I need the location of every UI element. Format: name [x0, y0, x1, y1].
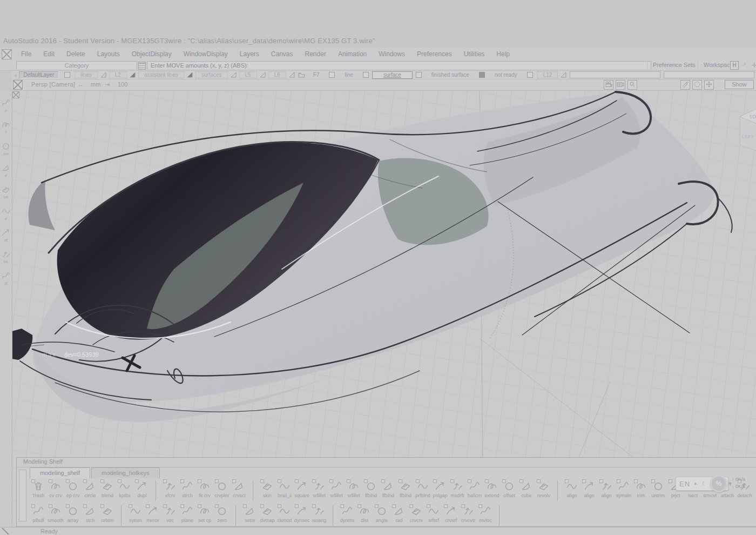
menu-delete[interactable]: Delete — [60, 49, 91, 59]
layer-checkbox[interactable] — [363, 72, 369, 78]
shelf-tool-ckmod[interactable]: ckmod — [276, 504, 293, 523]
shelf-tool-isoang[interactable]: isoang — [310, 504, 328, 523]
shelf-tool-dist[interactable]: dist — [356, 504, 373, 523]
palette-tool-4[interactable]: od — [0, 185, 12, 199]
shelf-tool-setor[interactable]: setor — [241, 504, 259, 523]
zoom-region-icon[interactable] — [627, 80, 637, 90]
shelf-tool-smooth[interactable]: smooth — [47, 504, 64, 523]
list-icon[interactable] — [138, 62, 146, 70]
palette-tool-6[interactable]: nf — [0, 228, 12, 242]
menu-animation[interactable]: Animation — [332, 49, 373, 59]
palette-tool-1[interactable]: t — [0, 120, 12, 134]
layer-item-surfaces[interactable]: surfaces — [195, 71, 228, 78]
shelf-tool-mvloc[interactable]: mvloc — [477, 504, 494, 523]
hotkeys-icon[interactable]: H — [730, 61, 739, 70]
palette-tool-3[interactable]: e — [0, 163, 12, 177]
window-close-icon[interactable] — [2, 49, 12, 59]
shelf-tool-ffblnd[interactable]: ffblnd — [397, 479, 414, 498]
palette-tool-2[interactable]: cor — [0, 142, 12, 156]
layer-diagonal-icon[interactable] — [231, 72, 237, 78]
preference-sets-button[interactable]: Preference Sets — [647, 61, 701, 70]
layer-empty-field[interactable] — [570, 71, 660, 78]
shelf-tool-align[interactable]: align — [580, 479, 598, 498]
shelf-tool-cube[interactable]: cube — [518, 479, 535, 498]
shelf-tool-strch[interactable]: strch — [179, 479, 196, 498]
shelf-tool-cv-crv[interactable]: cv crv — [47, 479, 64, 498]
shelf-tool-ffblnd[interactable]: ffblnd — [380, 479, 397, 498]
shelf-tool-blend[interactable]: blend — [99, 479, 116, 498]
layer-diagonal-filled-icon[interactable] — [187, 72, 193, 78]
shelf-tool-srfillet[interactable]: srfillet — [310, 479, 328, 498]
menu-utilities[interactable]: Utilities — [458, 49, 491, 59]
menu-layouts[interactable]: Layouts — [91, 49, 126, 59]
layer-item-not-ready[interactable]: not ready — [488, 72, 524, 78]
shelf-tool-nrbtm[interactable]: nrbtm — [99, 504, 116, 523]
shelf-tool-xfcrv[interactable]: xfcrv — [161, 479, 179, 498]
shelf-tool-trash[interactable]: Trash — [30, 479, 47, 498]
menu-objectdisplay[interactable]: ObjectDisplay — [126, 49, 178, 59]
layer-diagonal-icon[interactable] — [561, 72, 566, 78]
promptline-input[interactable]: Enter MOVE amounts (x, y, z) (ABS): — [147, 61, 651, 70]
shelf-tool-srfillet[interactable]: srfillet — [345, 479, 362, 498]
shelf-tool-zero[interactable]: zero — [213, 504, 231, 523]
shelf-tool-ep-crv[interactable]: ep crv — [64, 479, 82, 498]
shelf-tool-plane[interactable]: plane — [179, 504, 196, 523]
render-region-icon[interactable] — [680, 80, 690, 90]
shelf-tool-crvplnr[interactable]: crvplnr — [213, 479, 231, 498]
shelf-tool-brail-ii[interactable]: brail_ii — [276, 479, 293, 498]
snap-magnet-icon[interactable]: ◦° — [742, 62, 746, 68]
menu-canvas[interactable]: Canvas — [265, 49, 299, 59]
shelf-tool-square[interactable]: square — [293, 479, 310, 498]
shelf-tool-angle[interactable]: angle — [373, 504, 390, 523]
layer-item-l6[interactable]: L6 — [268, 71, 286, 78]
viewport-camera-label[interactable]: Persp [Camera] — [31, 81, 75, 88]
layer-item-l12[interactable]: L12 — [537, 71, 558, 78]
movie-camera-icon[interactable] — [604, 80, 613, 90]
pan-icon[interactable] — [704, 80, 714, 90]
shelf-tool-dupl[interactable]: dupl — [133, 479, 151, 498]
menu-render[interactable]: Render — [299, 49, 332, 59]
layer-item-surface[interactable]: surface — [372, 71, 413, 79]
shelf-tool-fit-crv[interactable]: fit crv — [196, 479, 213, 498]
layer-item-l5[interactable]: L5 — [239, 71, 257, 78]
layer-checkbox[interactable] — [416, 72, 422, 78]
palette-tool-8[interactable]: ct — [0, 271, 12, 285]
layer-item-assistant-lines[interactable]: assistant lines — [138, 71, 184, 78]
menu-layers[interactable]: Layers — [234, 49, 265, 59]
shelf-tool-crvsct[interactable]: crvsct — [231, 479, 248, 498]
shelf-tool-crvcvtr[interactable]: crvcvtr — [460, 504, 477, 523]
shelf-tool-stch[interactable]: stch — [82, 504, 99, 523]
tab-modeling_shelf[interactable]: modeling_shelf — [30, 467, 90, 478]
shelf-tool-offset[interactable]: offset — [501, 479, 518, 498]
menu-edit[interactable]: Edit — [37, 49, 60, 59]
menu-file[interactable]: File — [15, 49, 37, 59]
ime-language-label[interactable]: EN — [679, 480, 690, 488]
shelf-tool-dynsec[interactable]: dynsec — [293, 504, 310, 523]
shelf-tool-array[interactable]: array — [64, 504, 82, 523]
shelf-tool-plhull[interactable]: plhull — [30, 504, 47, 523]
shelf-tool-srfsrf[interactable]: srfsrf — [425, 504, 442, 523]
category-field[interactable]: Category — [16, 61, 137, 70]
layer-diagonal-icon[interactable] — [100, 72, 106, 78]
layer-checkbox-filled[interactable] — [479, 72, 485, 78]
palette-tool-7[interactable]: lnr — [0, 250, 12, 264]
menu-windows[interactable]: Windows — [373, 49, 411, 59]
ime-dots-icon[interactable]: ●․ — [694, 481, 698, 486]
menu-preferences[interactable]: Preferences — [411, 49, 458, 59]
shelf-tool-trim[interactable]: trim — [632, 479, 650, 498]
folder-icon[interactable] — [298, 72, 305, 78]
palette-tool-5[interactable]: e — [0, 206, 12, 220]
layer-empty-field[interactable] — [664, 71, 754, 78]
shelf-tool-kptbx[interactable]: kptbx — [116, 479, 133, 498]
show-button[interactable]: Show — [725, 80, 754, 89]
shelf-tool-prfblnd[interactable]: prfblnd — [414, 479, 431, 498]
shelf-tool-srfillet[interactable]: srfillet — [328, 479, 345, 498]
shelf-tool-revolv[interactable]: revolv — [535, 479, 552, 498]
shelf-tool-dynms[interactable]: dynms — [339, 504, 356, 523]
grid-snap-icon[interactable]: ✛ — [752, 62, 756, 69]
shelf-tool-rad[interactable]: rad — [390, 504, 408, 523]
shelf-tool-dvmap[interactable]: dvmap — [259, 504, 276, 523]
left-tool-palette[interactable]: ptcoreodenflnrct — [0, 91, 12, 535]
percent-badge[interactable]: % — [710, 475, 727, 492]
shelf-tool-skin[interactable]: skin — [259, 479, 276, 498]
